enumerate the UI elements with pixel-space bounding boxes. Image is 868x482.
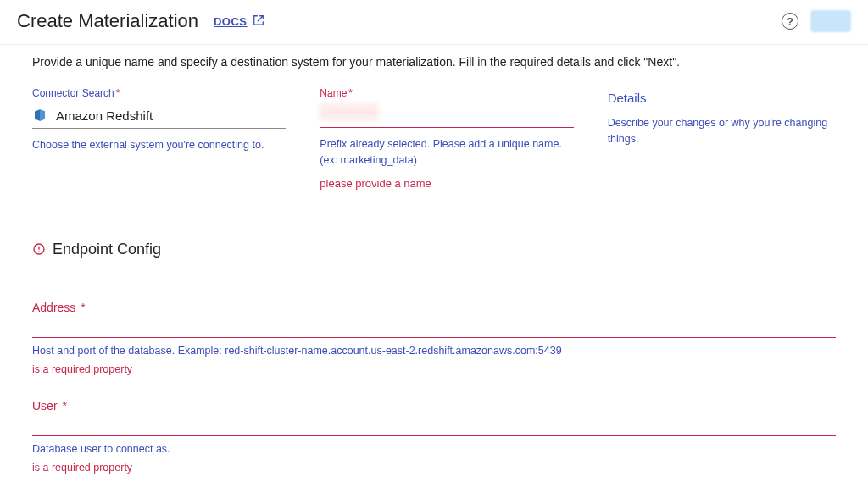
header-left: Create Materialization DOCS [17, 10, 264, 32]
user-label: User * [32, 399, 836, 413]
docs-label: DOCS [214, 15, 248, 28]
help-button[interactable]: ? [782, 13, 798, 30]
connector-value: Amazon Redshift [56, 108, 153, 123]
address-error: is a required property [32, 363, 836, 375]
name-column: Name* Prefix already selected. Please ad… [320, 87, 573, 190]
address-help: Host and port of the database. Example: … [32, 345, 836, 357]
name-help: Prefix already selected. Please add a un… [320, 136, 573, 169]
header: Create Materialization DOCS ? [0, 0, 868, 45]
details-help: Describe your changes or why you're chan… [608, 115, 836, 147]
redshift-icon [32, 108, 47, 123]
external-link-icon [253, 14, 264, 29]
required-star: * [116, 87, 120, 99]
address-label: Address * [32, 301, 836, 314]
connector-help: Choose the external system you're connec… [32, 137, 286, 153]
endpoint-config-header: Endpoint Config [32, 241, 836, 258]
avatar[interactable] [810, 10, 851, 32]
instructions: Provide a unique name and specify a dest… [32, 55, 836, 69]
docs-link[interactable]: DOCS [214, 14, 264, 29]
name-input[interactable] [320, 104, 573, 128]
top-form-row: Connector Search* Amazon Redshift Choose… [32, 87, 836, 190]
user-field: User * Database user to connect as. is a… [32, 399, 836, 474]
svg-point-2 [38, 251, 39, 252]
user-input[interactable] [32, 416, 836, 436]
connector-selector[interactable]: Amazon Redshift [32, 104, 286, 129]
endpoint-config-title: Endpoint Config [53, 241, 161, 258]
header-right: ? [782, 10, 851, 32]
page-title: Create Materialization [17, 10, 198, 32]
details-title: Details [608, 87, 836, 105]
address-field: Address * Host and port of the database.… [32, 301, 836, 375]
name-error: please provide a name [320, 177, 573, 190]
details-column: Details Describe your changes or why you… [608, 87, 836, 190]
alert-circle-icon [32, 242, 46, 256]
connector-column: Connector Search* Amazon Redshift Choose… [32, 87, 286, 190]
connector-label: Connector Search* [32, 87, 286, 99]
content: Provide a unique name and specify a dest… [0, 45, 868, 482]
user-error: is a required property [32, 462, 836, 474]
required-star: * [348, 87, 353, 99]
name-label: Name* [320, 87, 573, 99]
address-input[interactable] [32, 318, 836, 338]
user-help: Database user to connect as. [32, 443, 836, 455]
